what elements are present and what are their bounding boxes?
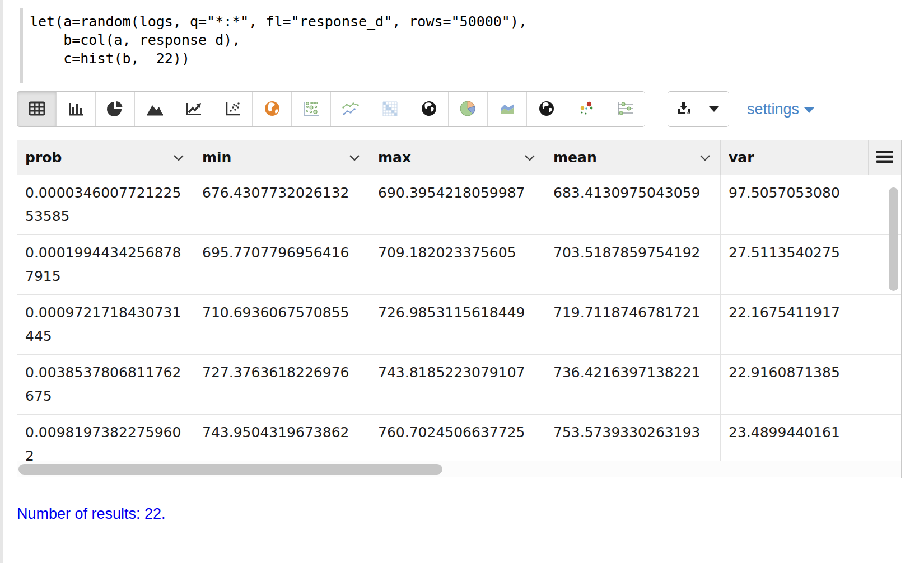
column-header-prob[interactable]: prob bbox=[17, 140, 194, 175]
area-chart-icon bbox=[145, 100, 164, 119]
viz-heatmap-grid-button[interactable] bbox=[370, 92, 409, 126]
cell-prob: 0.0009721718430731445 bbox=[17, 295, 194, 354]
settings-dropdown[interactable]: settings bbox=[747, 91, 814, 127]
cell-min: 727.3763618226976 bbox=[194, 355, 370, 414]
column-header-var[interactable]: var bbox=[721, 140, 869, 175]
cell-prob: 0.000034600772122553585 bbox=[17, 175, 194, 234]
viz-pie-chart-button[interactable] bbox=[96, 92, 135, 126]
page-left-strip bbox=[0, 0, 3, 563]
stacked-area-icon bbox=[498, 100, 517, 119]
viz-multi-series-line-button[interactable] bbox=[331, 92, 370, 126]
table-body: 0.000034600772122553585676.4307732026132… bbox=[17, 175, 901, 461]
column-label: mean bbox=[553, 149, 597, 166]
cell-max: 690.3954218059987 bbox=[370, 175, 545, 234]
viz-range-sliders-button[interactable] bbox=[605, 92, 645, 126]
settings-label: settings bbox=[747, 101, 799, 118]
viz-line-chart-button[interactable] bbox=[174, 92, 213, 126]
download-button-group bbox=[668, 91, 729, 127]
cell-max: 760.7024506637725 bbox=[370, 415, 545, 461]
cell-var: 22.9160871385 bbox=[721, 355, 885, 414]
column-header-max[interactable]: max bbox=[370, 140, 545, 175]
table-row: 0.0009721718430731445710.693606757085572… bbox=[17, 295, 901, 355]
table-row: 0.00981973822759602743.9504319673862760.… bbox=[17, 415, 901, 461]
pie-colored-icon bbox=[459, 99, 478, 120]
cell-var: 23.4899440161 bbox=[721, 415, 885, 461]
scatter-plot-icon bbox=[223, 100, 242, 119]
cell-prob: 0.00019944342568787915 bbox=[17, 235, 194, 294]
horizontal-scrollbar bbox=[17, 461, 901, 477]
cell-mean: 683.4130975043059 bbox=[545, 175, 721, 234]
vertical-scrollbar-thumb[interactable] bbox=[889, 187, 898, 291]
table-header: probminmaxmeanvar bbox=[17, 140, 901, 175]
results-count-text: Number of results: 22. bbox=[17, 505, 166, 523]
bar-chart-icon bbox=[67, 100, 86, 119]
cell-prob: 0.0038537806811762675 bbox=[17, 355, 194, 414]
table-menu-button[interactable] bbox=[869, 140, 901, 175]
column-header-mean[interactable]: mean bbox=[545, 140, 721, 175]
column-label: min bbox=[202, 149, 231, 166]
cell-min: 743.9504319673862 bbox=[194, 415, 370, 461]
cell-min: 695.7707796956416 bbox=[194, 235, 370, 294]
cell-mean: 753.5739330263193 bbox=[545, 415, 721, 461]
globe-orange-icon bbox=[263, 100, 281, 119]
viz-scatter-plot-button[interactable] bbox=[213, 92, 253, 126]
horizontal-scrollbar-thumb[interactable] bbox=[18, 464, 442, 475]
heatmap-grid-icon bbox=[380, 100, 399, 119]
globe-dark-icon bbox=[420, 100, 438, 119]
range-sliders-icon bbox=[615, 100, 635, 119]
download-icon bbox=[675, 101, 692, 118]
chevron-down-icon[interactable] bbox=[348, 154, 361, 162]
viz-scatter-colored-button[interactable] bbox=[566, 92, 605, 126]
results-table: probminmaxmeanvar 0.00003460077212255358… bbox=[17, 140, 902, 478]
column-label: prob bbox=[25, 149, 62, 166]
cell-prob: 0.00981973822759602 bbox=[17, 415, 194, 461]
code-line: c=hist(b, 22)) bbox=[30, 49, 527, 68]
scatter-colored-icon bbox=[576, 100, 595, 119]
viz-bubble-matrix-button[interactable] bbox=[292, 92, 331, 126]
hamburger-menu-icon bbox=[876, 150, 893, 166]
cell-var: 97.5057053080 bbox=[721, 175, 885, 234]
pie-chart-icon bbox=[106, 100, 124, 119]
viz-area-chart-button[interactable] bbox=[135, 92, 174, 126]
chevron-down-icon[interactable] bbox=[699, 154, 711, 162]
column-label: max bbox=[378, 149, 411, 166]
code-line: let(a=random(logs, q="*:*", fl="response… bbox=[30, 12, 527, 31]
viz-stacked-area-button[interactable] bbox=[488, 92, 527, 126]
cell-max: 726.9853115618449 bbox=[370, 295, 545, 354]
cell-mean: 719.7118746781721 bbox=[545, 295, 721, 354]
globe-dark-2-icon bbox=[538, 100, 556, 119]
cell-mean: 736.4216397138221 bbox=[545, 355, 721, 414]
viz-globe-dark-2-button[interactable] bbox=[527, 92, 566, 126]
table-row: 0.000034600772122553585676.4307732026132… bbox=[17, 175, 901, 235]
download-button[interactable] bbox=[668, 92, 699, 126]
cell-min: 710.6936067570855 bbox=[194, 295, 370, 354]
viz-globe-dark-button[interactable] bbox=[409, 92, 449, 126]
table-row: 0.00019944342568787915695.77077969564167… bbox=[17, 235, 901, 295]
cell-min: 676.4307732026132 bbox=[194, 175, 370, 234]
settings-caret-icon bbox=[804, 107, 814, 113]
multi-series-line-icon bbox=[340, 100, 361, 119]
cell-var: 27.5113540275 bbox=[721, 235, 885, 294]
viz-table-button[interactable] bbox=[17, 92, 57, 126]
viz-bar-chart-button[interactable] bbox=[57, 92, 96, 126]
code-editor[interactable]: let(a=random(logs, q="*:*", fl="response… bbox=[20, 8, 527, 83]
column-header-min[interactable]: min bbox=[194, 140, 370, 175]
cell-max: 709.182023375605 bbox=[370, 235, 545, 294]
chevron-down-icon[interactable] bbox=[172, 154, 185, 162]
line-chart-icon bbox=[184, 100, 203, 119]
cell-mean: 703.5187859754192 bbox=[545, 235, 721, 294]
cell-max: 743.8185223079107 bbox=[370, 355, 545, 414]
caret-down-icon bbox=[709, 106, 719, 112]
chevron-down-icon[interactable] bbox=[524, 154, 536, 162]
column-label: var bbox=[729, 149, 754, 166]
viz-pie-colored-button[interactable] bbox=[449, 92, 488, 126]
table-icon bbox=[27, 100, 46, 119]
code-line: b=col(a, response_d), bbox=[30, 31, 527, 49]
table-header-row: probminmaxmeanvar bbox=[17, 140, 869, 175]
viz-globe-orange-button[interactable] bbox=[253, 92, 292, 126]
bubble-matrix-icon bbox=[302, 100, 321, 119]
download-options-button[interactable] bbox=[699, 92, 729, 126]
viz-button-group bbox=[17, 91, 645, 127]
table-row: 0.0038537806811762675727.376361822697674… bbox=[17, 355, 901, 415]
visualization-toolbar: settings bbox=[17, 91, 814, 127]
